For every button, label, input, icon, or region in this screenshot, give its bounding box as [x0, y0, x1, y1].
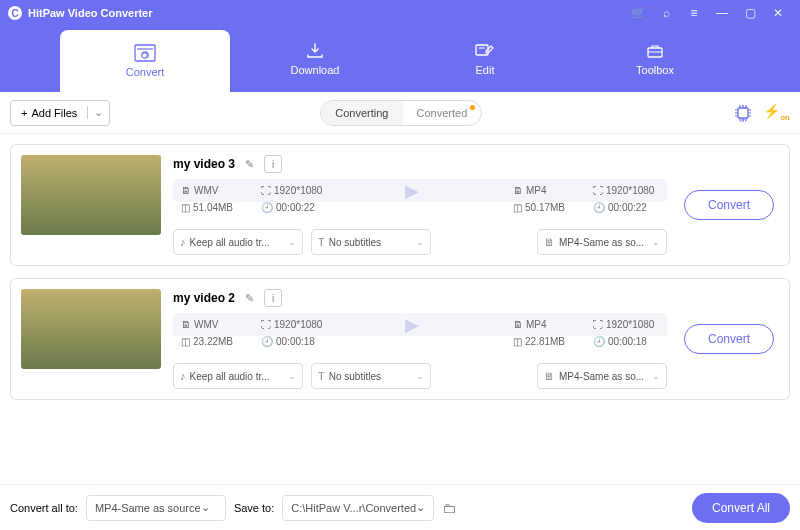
video-thumbnail[interactable] — [21, 155, 161, 235]
tab-edit[interactable]: Edit — [400, 26, 570, 92]
dst-format: 🗎 MP4 — [513, 319, 579, 330]
tab-label: Download — [291, 64, 340, 76]
convert-button[interactable]: Convert — [684, 190, 774, 220]
video-thumbnail[interactable] — [21, 289, 161, 369]
dst-resolution: ⛶ 1920*1080 — [593, 185, 659, 196]
seg-converting[interactable]: Converting — [321, 101, 402, 125]
minimize-icon[interactable]: — — [708, 6, 736, 20]
save-to-select[interactable]: C:\HitPaw V...r\Converted⌄ — [282, 495, 434, 521]
subtitle-select[interactable]: TNo subtitles⌄ — [311, 363, 431, 389]
convert-all-select[interactable]: MP4-Same as source⌄ — [86, 495, 226, 521]
open-folder-icon[interactable]: 🗀 — [442, 500, 456, 516]
format-select[interactable]: 🗎MP4-Same as so...⌄ — [537, 229, 667, 255]
convert-all-button[interactable]: Convert All — [692, 493, 790, 523]
notification-dot — [470, 105, 475, 110]
menu-icon[interactable]: ≡ — [680, 6, 708, 20]
convert-all-label: Convert all to: — [10, 502, 78, 514]
format-select[interactable]: 🗎MP4-Same as so...⌄ — [537, 363, 667, 389]
tab-toolbox[interactable]: Toolbox — [570, 26, 740, 92]
tab-label: Convert — [126, 66, 165, 78]
download-icon — [305, 42, 325, 60]
file-icon: 🗎 — [544, 370, 555, 382]
dst-duration: 🕘 00:00:22 — [593, 202, 659, 213]
src-size: ◫ 51.04MB — [181, 202, 247, 213]
file-card: my video 2 ✎ i 🗎 WMV ⛶ 1920*1080 ▶ 🗎 MP4… — [10, 278, 790, 400]
file-name: my video 2 — [173, 291, 235, 305]
subtitle-icon: T — [318, 236, 325, 248]
add-files-button[interactable]: +Add Files ⌄ — [10, 100, 110, 126]
svg-text:on: on — [740, 117, 746, 123]
toolbox-icon — [645, 42, 665, 60]
dst-size: ◫ 50.17MB — [513, 202, 579, 213]
src-duration: 🕘 00:00:18 — [261, 336, 327, 347]
tab-label: Edit — [476, 64, 495, 76]
dst-resolution: ⛶ 1920*1080 — [593, 319, 659, 330]
seg-converted[interactable]: Converted — [403, 101, 482, 125]
subtitle-select[interactable]: TNo subtitles⌄ — [311, 229, 431, 255]
add-files-dropdown[interactable]: ⌄ — [87, 106, 109, 119]
edit-icon — [474, 42, 496, 60]
cart-icon[interactable]: 🛒 — [624, 6, 652, 20]
audio-icon: ♪ — [180, 236, 186, 248]
file-card: my video 3 ✎ i 🗎 WMV ⛶ 1920*1080 ▶ 🗎 MP4… — [10, 144, 790, 266]
app-logo: C — [8, 6, 22, 20]
file-name: my video 3 — [173, 157, 235, 171]
rename-icon[interactable]: ✎ — [245, 292, 254, 305]
convert-icon — [134, 44, 156, 62]
dst-duration: 🕘 00:00:18 — [593, 336, 659, 347]
lightning-icon[interactable]: ⚡on — [763, 103, 790, 123]
close-icon[interactable]: ✕ — [764, 6, 792, 20]
src-format: 🗎 WMV — [181, 185, 247, 196]
src-resolution: ⛶ 1920*1080 — [261, 319, 327, 330]
arrow-right-icon: ▶ — [405, 180, 419, 202]
plus-icon: + — [21, 107, 27, 119]
audio-select[interactable]: ♪Keep all audio tr...⌄ — [173, 363, 303, 389]
src-resolution: ⛶ 1920*1080 — [261, 185, 327, 196]
audio-select[interactable]: ♪Keep all audio tr...⌄ — [173, 229, 303, 255]
info-icon[interactable]: i — [264, 289, 282, 307]
audio-icon: ♪ — [180, 370, 186, 382]
hardware-accel-icon[interactable]: on — [733, 103, 753, 123]
convert-button[interactable]: Convert — [684, 324, 774, 354]
file-icon: 🗎 — [544, 236, 555, 248]
src-format: 🗎 WMV — [181, 319, 247, 330]
tab-label: Toolbox — [636, 64, 674, 76]
maximize-icon[interactable]: ▢ — [736, 6, 764, 20]
src-duration: 🕘 00:00:22 — [261, 202, 327, 213]
arrow-right-icon: ▶ — [405, 314, 419, 336]
add-files-label: Add Files — [31, 107, 77, 119]
tab-convert[interactable]: Convert — [60, 30, 230, 92]
dst-format: 🗎 MP4 — [513, 185, 579, 196]
info-icon[interactable]: i — [264, 155, 282, 173]
src-size: ◫ 23.22MB — [181, 336, 247, 347]
tab-download[interactable]: Download — [230, 26, 400, 92]
rename-icon[interactable]: ✎ — [245, 158, 254, 171]
app-title: HitPaw Video Converter — [28, 7, 153, 19]
subtitle-icon: T — [318, 370, 325, 382]
save-to-label: Save to: — [234, 502, 274, 514]
dst-size: ◫ 22.81MB — [513, 336, 579, 347]
key-icon[interactable]: ⌕ — [652, 6, 680, 20]
